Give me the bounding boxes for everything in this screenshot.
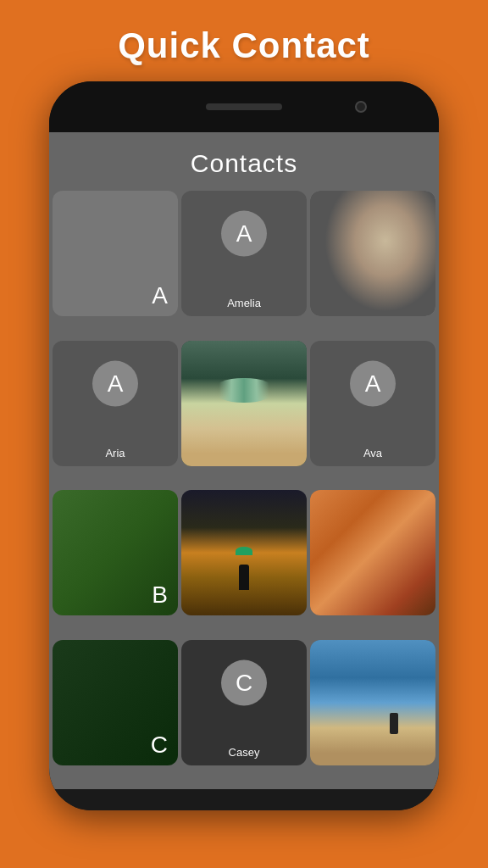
contact-cell-b[interactable]: B [53,490,178,615]
phone-bottom-bar [49,789,439,810]
screen-title: Contacts [191,149,297,177]
portrait-photo-bg [310,490,435,615]
avatar-casey: C [221,659,267,705]
contact-letter-c-green: C [151,732,168,759]
app-title: Quick Contact [118,25,370,66]
phone-speaker [206,103,282,110]
avatar-letter-amelia: A [236,220,252,248]
woman-photo-bg [181,341,307,466]
phone-mockup: Contacts A A Amelia A [49,81,439,810]
contact-cell-c-green[interactable]: C [53,640,178,765]
contact-cell-aria[interactable]: A Aria [53,341,178,466]
contacts-grid: A A Amelia A Aria [49,191,439,789]
contact-letter-b: B [152,581,168,609]
avatar-ava: A [350,360,396,406]
phone-camera [355,101,367,113]
avatar-letter-ava: A [365,370,381,397]
contact-cell-amelia[interactable]: A Amelia [181,191,307,316]
screen-header: Contacts [49,132,439,191]
contact-cell-man[interactable] [310,191,435,316]
contact-cell-woman[interactable] [181,341,307,466]
contact-name-aria: Aria [53,447,178,459]
contact-name-amelia: Amelia [181,297,307,309]
avatar-aria: A [92,360,138,406]
contact-cell-casey[interactable]: C Casey [181,640,307,765]
beach-photo-bg [310,640,435,765]
app-background: Quick Contact [118,0,370,81]
contact-cell-ava[interactable]: A Ava [310,341,435,466]
street-umbrella [236,547,252,555]
street-person [239,565,249,590]
contact-name-casey: Casey [181,746,307,759]
contact-cell-street[interactable] [181,490,307,615]
contact-cell-portrait[interactable] [310,490,435,615]
phone-screen: Contacts A A Amelia A [49,132,439,789]
contact-name-ava: Ava [310,447,435,459]
phone-top-bar [49,81,439,132]
avatar-letter-aria: A [108,370,124,397]
beach-silhouette [390,713,398,734]
avatar-letter-casey: C [236,669,252,696]
avatar-amelia: A [221,211,267,257]
contact-letter-a1: A [152,282,168,309]
man-face-photo [310,191,435,316]
contact-cell-a1[interactable]: A [53,191,178,316]
contact-cell-beach[interactable] [310,640,435,765]
